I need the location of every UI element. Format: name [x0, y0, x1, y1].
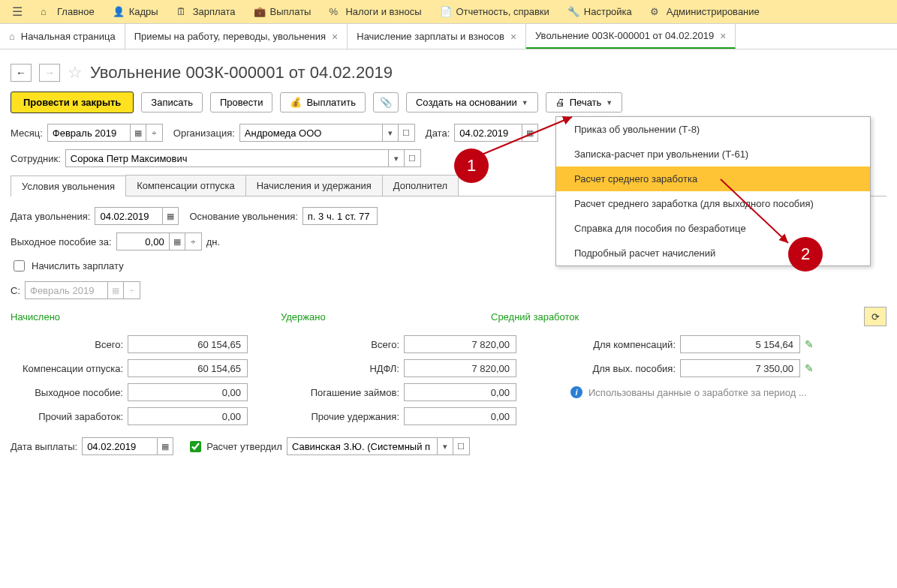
attach-button[interactable]: 📎 — [373, 92, 399, 112]
dismissal-date-input[interactable] — [95, 207, 162, 225]
print-item-avg[interactable]: Расчет среднего заработка — [556, 166, 870, 191]
employee-input[interactable] — [65, 149, 388, 167]
calendar-icon[interactable]: ▦ — [522, 124, 538, 142]
section-avg-earn: Средний заработок — [491, 311, 864, 322]
basis-input[interactable] — [303, 207, 378, 225]
nav-back[interactable]: ← — [11, 64, 32, 82]
menu-toggle[interactable]: ☰ — [3, 0, 32, 23]
favorite-icon[interactable]: ☆ — [68, 63, 83, 82]
approved-by-input[interactable] — [287, 437, 437, 455]
doc-icon: 📄 — [440, 6, 452, 18]
calc-icon[interactable]: ▦ — [169, 232, 185, 250]
tab-payroll[interactable]: Начисление зарплаты и взносов× — [348, 24, 526, 49]
menu-main[interactable]: ⌂Главное — [32, 0, 104, 23]
printer-icon: 🖨 — [555, 97, 565, 108]
tab-label: Приемы на работу, переводы, увольнения — [134, 31, 326, 42]
vacation-comp-value: 60 154,65 — [128, 359, 248, 377]
print-button[interactable]: 🖨Печать▼ — [546, 92, 623, 112]
severance-input[interactable] — [116, 232, 169, 250]
calendar-icon[interactable]: ▦ — [130, 124, 146, 142]
close-icon[interactable]: × — [332, 31, 338, 43]
print-item-t61[interactable]: Записка-расчет при увольнении (Т-61) — [556, 142, 870, 166]
post-button[interactable]: Провести — [210, 92, 273, 112]
menu-label: Отчетность, справки — [456, 6, 549, 17]
chevron-down-icon[interactable]: ▾ — [388, 149, 405, 167]
menu-payments[interactable]: 💼Выплаты — [245, 0, 321, 23]
tab-vacation-comp[interactable]: Компенсации отпуска — [125, 175, 246, 196]
nav-forward[interactable]: → — [39, 64, 60, 82]
accrue-salary-checkbox[interactable] — [14, 260, 25, 272]
pay-button[interactable]: 💰Выплатить — [280, 92, 366, 112]
menu-hr[interactable]: 👤Кадры — [104, 0, 167, 23]
print-item-unemploy[interactable]: Справка для пособия по безработице — [556, 216, 870, 241]
btn-label: Печать — [570, 97, 602, 108]
coins-icon: 💰 — [290, 97, 302, 108]
calendar-icon[interactable]: ▦ — [162, 207, 179, 225]
tab-conditions[interactable]: Условия увольнения — [11, 176, 126, 196]
month-input[interactable] — [47, 124, 130, 142]
org-field[interactable]: ▾ ☐ — [239, 124, 415, 142]
from-label: С: — [11, 285, 20, 296]
dismissal-date-field[interactable]: ▦ — [95, 207, 179, 225]
section-withheld: Удержано — [281, 311, 491, 322]
post-and-close-button[interactable]: Провести и закрыть — [11, 92, 134, 113]
approved-checkbox[interactable] — [190, 441, 201, 452]
calendar-icon[interactable]: ▦ — [157, 437, 173, 455]
date-input[interactable] — [454, 124, 522, 142]
calc-grid: Всего: 60 154,65 Всего: 7 820,00 Для ком… — [11, 335, 886, 425]
spinner-icon[interactable]: ÷ — [146, 124, 163, 142]
info-text[interactable]: Использованы данные о заработке за перио… — [588, 387, 807, 398]
sev-avg-value: 7 350,00 — [680, 359, 800, 377]
pencil-icon[interactable]: ✎ — [805, 362, 827, 374]
tab-accruals[interactable]: Начисления и удержания — [245, 175, 383, 196]
spinner-icon[interactable]: ÷ — [185, 232, 202, 250]
menu-taxes[interactable]: %Налоги и взносы — [320, 0, 430, 23]
info-icon: i — [570, 386, 582, 398]
btn-label: Выплатить — [306, 97, 356, 108]
org-input[interactable] — [239, 124, 382, 142]
from-field[interactable]: ▦ ÷ — [25, 281, 140, 299]
menu-reports[interactable]: 📄Отчетность, справки — [431, 0, 558, 23]
severance-field[interactable]: ▦ ÷ — [116, 232, 202, 250]
close-icon[interactable]: × — [510, 31, 516, 43]
print-item-avg-sev[interactable]: Расчет среднего заработка (для выходного… — [556, 191, 870, 216]
chevron-down-icon[interactable]: ▾ — [382, 124, 399, 142]
menu-admin[interactable]: ⚙Администрирование — [641, 0, 769, 23]
gears-icon: ⚙ — [650, 6, 662, 18]
refresh-button[interactable]: ⟳ — [864, 307, 886, 326]
page-title: Увольнение 00ЗК-000001 от 04.02.2019 — [90, 63, 393, 82]
tab-additional[interactable]: Дополнител — [382, 175, 459, 196]
title-bar: ← → ☆ Увольнение 00ЗК-000001 от 04.02.20… — [0, 50, 897, 92]
tab-dismissal[interactable]: Увольнение 00ЗК-000001 от 04.02.2019× — [526, 24, 736, 49]
date-field[interactable]: ▦ — [454, 124, 538, 142]
print-item-detailed[interactable]: Подробный расчет начислений — [556, 241, 870, 266]
from-input — [25, 281, 107, 299]
save-button[interactable]: Записать — [141, 92, 203, 112]
other-income-value: 0,00 — [128, 407, 248, 425]
menu-settings[interactable]: 🔧Настройка — [558, 0, 641, 23]
open-icon[interactable]: ☐ — [453, 437, 470, 455]
tab-home[interactable]: ⌂Начальная страница — [0, 24, 125, 49]
vacation-comp-label: Компенсации отпуска: — [11, 363, 123, 374]
open-icon[interactable]: ☐ — [399, 124, 415, 142]
menu-salary[interactable]: 🗓Зарплата — [167, 0, 245, 23]
pay-date-field[interactable]: ▦ — [82, 437, 173, 455]
create-based-button[interactable]: Создать на основании▼ — [406, 92, 538, 112]
calc-icon: 🗓 — [176, 6, 188, 18]
pay-date-input[interactable] — [82, 437, 157, 455]
approved-by-field[interactable]: ▾ ☐ — [287, 437, 470, 455]
print-item-t8[interactable]: Приказ об увольнении (Т-8) — [556, 117, 870, 142]
chevron-down-icon[interactable]: ▾ — [437, 437, 453, 455]
accrued-total-value: 60 154,65 — [128, 335, 248, 353]
month-field[interactable]: ▦ ÷ — [47, 124, 163, 142]
close-icon[interactable]: × — [720, 30, 726, 42]
callout-1: 1 — [454, 148, 489, 183]
pencil-icon[interactable]: ✎ — [805, 338, 827, 350]
loan-value: 0,00 — [404, 383, 516, 401]
month-label: Месяц: — [11, 128, 43, 139]
open-icon[interactable]: ☐ — [405, 149, 421, 167]
calc-severance-label: Выходное пособие: — [11, 387, 123, 398]
menu-label: Администрирование — [667, 6, 760, 17]
tab-hires[interactable]: Приемы на работу, переводы, увольнения× — [125, 24, 348, 49]
employee-field[interactable]: ▾ ☐ — [65, 149, 421, 167]
